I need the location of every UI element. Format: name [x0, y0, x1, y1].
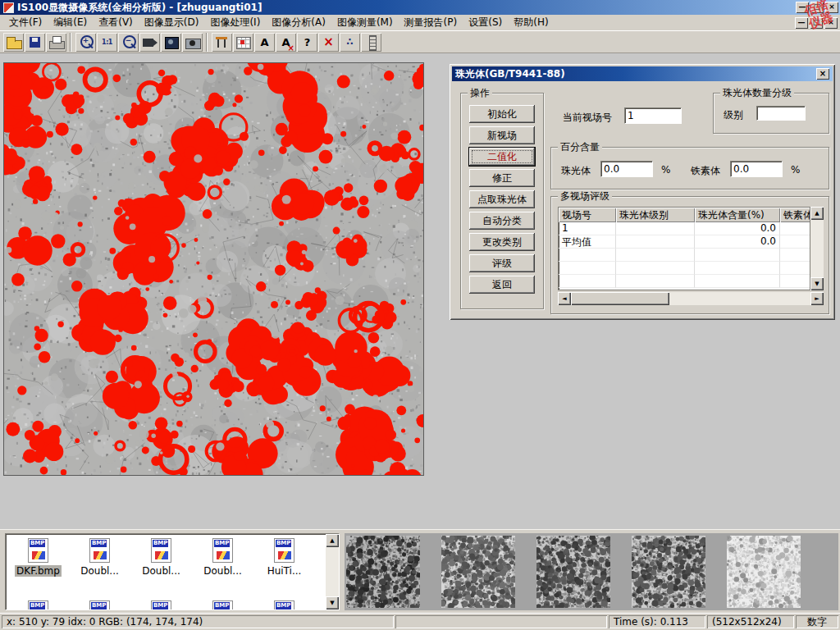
thumbnail-5[interactable]: [727, 536, 801, 608]
scroll-up-icon[interactable]: ▲: [810, 207, 824, 220]
header-field-no[interactable]: 视场号: [559, 208, 616, 222]
file-list: BMP DKF.bmp BMP Doubl... BMP Doubl... BM…: [5, 533, 340, 610]
thumbnail-1[interactable]: [346, 536, 420, 608]
scroll-left-icon[interactable]: ◄: [558, 292, 571, 305]
file-name: DKF.bmp: [15, 565, 62, 577]
menu-settings[interactable]: 设置(S): [463, 14, 508, 31]
grade-button[interactable]: 评级: [469, 254, 535, 272]
change-class-button[interactable]: 更改类别: [469, 233, 535, 251]
mdi-restore-button[interactable]: □: [810, 17, 823, 29]
mode-status: 数字: [796, 615, 838, 628]
header-pearlite-grade[interactable]: 珠光体级别: [616, 208, 695, 222]
zoom-out-icon[interactable]: −: [118, 33, 139, 52]
pearlite-percent-input[interactable]: [600, 161, 653, 177]
open-folder-icon[interactable]: [3, 33, 24, 52]
file-item[interactable]: BMP: [192, 600, 253, 610]
cursor-position-status: x: 510 y: 79 idx: 0 RGB: (174, 174, 174): [2, 615, 394, 628]
close-button[interactable]: ×: [825, 2, 838, 13]
header-pearlite-pct[interactable]: 珠光体含量(%): [695, 208, 780, 222]
menu-edit[interactable]: 编辑(E): [48, 14, 93, 31]
menu-help[interactable]: 帮助(H): [508, 14, 554, 31]
mdi-minimize-button[interactable]: —: [795, 17, 808, 29]
text-annotate-icon[interactable]: A: [254, 33, 275, 52]
snapshot-icon[interactable]: [161, 33, 181, 52]
scroll-up-icon[interactable]: ▲: [326, 534, 339, 547]
current-field-input[interactable]: [624, 107, 682, 124]
pearlite-label: 珠光体: [561, 164, 591, 178]
camera-icon[interactable]: [182, 33, 203, 52]
thumbnail-2[interactable]: [441, 536, 515, 608]
scrollbar-thumb[interactable]: [571, 292, 669, 305]
menu-image-process[interactable]: 图像处理(I): [204, 14, 266, 31]
ruler-icon[interactable]: [361, 33, 381, 52]
grid-measure-icon[interactable]: [233, 33, 253, 52]
menu-file[interactable]: 文件(F): [3, 14, 48, 31]
table-row[interactable]: 1 0.0: [559, 222, 810, 235]
scroll-down-icon[interactable]: ▼: [810, 277, 824, 290]
return-button[interactable]: 返回: [469, 276, 535, 294]
application-window: IS100显微摄像系统(金相分析版) - [zhuguangti01] — □ …: [0, 0, 840, 630]
save-icon[interactable]: [25, 33, 45, 52]
ferrite-percent-input[interactable]: [730, 161, 783, 177]
table-row[interactable]: 平均值 0.0: [559, 235, 810, 249]
correct-button[interactable]: 修正: [469, 169, 535, 187]
actual-size-icon[interactable]: 1:1: [97, 33, 117, 52]
pick-pearlite-button[interactable]: 点取珠光体: [469, 190, 535, 208]
file-item[interactable]: BMP HuiTi...: [253, 538, 315, 577]
menu-measure-report[interactable]: 测量报告(P): [399, 14, 463, 31]
file-list-scrollbar[interactable]: ▲ ▼: [326, 534, 339, 609]
zoom-in-icon[interactable]: +: [75, 33, 96, 52]
ferrite-unit-label: %: [791, 164, 800, 176]
mdi-close-button[interactable]: ×: [824, 17, 838, 29]
delete-measure-icon[interactable]: ×: [318, 33, 339, 52]
header-ferrite-pct[interactable]: 铁素体含量(%): [780, 208, 810, 222]
dialog-title-bar[interactable]: 珠光体(GB/T9441-88) ×: [452, 66, 833, 81]
workspace: 珠光体(GB/T9441-88) × 操作 初始化 新视场 二值化 修正 点取珠…: [0, 53, 840, 529]
menu-image-display[interactable]: 图像显示(D): [139, 14, 205, 31]
print-icon[interactable]: [46, 33, 66, 52]
point-measure-icon[interactable]: ∴: [340, 33, 360, 52]
help-icon[interactable]: ?: [297, 33, 317, 52]
file-item[interactable]: BMP: [69, 600, 130, 610]
binarize-button[interactable]: 二值化: [469, 148, 535, 166]
status-spacer: [395, 615, 607, 628]
app-icon[interactable]: [3, 2, 14, 13]
thumbnail-4[interactable]: [632, 536, 705, 608]
caliper-icon[interactable]: [212, 33, 232, 52]
file-item[interactable]: BMP: [7, 600, 69, 610]
minimize-button[interactable]: —: [796, 2, 809, 13]
file-item[interactable]: BMP: [130, 600, 192, 610]
auto-classify-button[interactable]: 自动分类: [469, 212, 535, 230]
scroll-down-icon[interactable]: ▼: [326, 596, 339, 609]
file-item[interactable]: BMP Doubl...: [192, 538, 253, 577]
menu-image-measure[interactable]: 图像测量(M): [331, 14, 399, 31]
bmp-file-icon: BMP: [151, 600, 171, 610]
text-delete-icon[interactable]: A: [276, 33, 296, 52]
percent-group-label: 百分含量: [558, 141, 602, 153]
dialog-title: 珠光体(GB/T9441-88): [455, 67, 565, 81]
time-status: Time (s): 0.113: [609, 615, 705, 628]
table-horizontal-scrollbar[interactable]: ◄ ►: [558, 292, 824, 305]
file-item[interactable]: BMP Doubl...: [130, 538, 192, 577]
pearlite-unit-label: %: [661, 164, 670, 176]
menu-image-analysis[interactable]: 图像分析(A): [266, 14, 331, 31]
new-field-button[interactable]: 新视场: [469, 126, 535, 144]
grade-level-input[interactable]: [756, 106, 806, 121]
file-item[interactable]: BMP DKF.bmp: [7, 538, 69, 577]
file-item[interactable]: BMP Doubl...: [69, 538, 130, 577]
multi-field-table: 视场号 珠光体级别 珠光体含量(%) 铁素体含量(%) 1 0.0: [558, 207, 810, 290]
micrograph-image[interactable]: [3, 62, 424, 476]
scroll-right-icon[interactable]: ►: [810, 292, 824, 305]
thumbnail-3[interactable]: [536, 536, 610, 608]
dialog-close-icon[interactable]: ×: [816, 68, 829, 80]
initialize-button[interactable]: 初始化: [469, 105, 535, 123]
bmp-file-icon: BMP: [274, 600, 294, 610]
file-item[interactable]: BMP: [253, 600, 315, 610]
table-vertical-scrollbar[interactable]: ▲ ▼: [810, 207, 824, 290]
file-name: HuiTi...: [266, 565, 304, 577]
maximize-button[interactable]: □: [810, 2, 824, 13]
bmp-file-icon: BMP: [212, 600, 233, 610]
pearlite-dialog: 珠光体(GB/T9441-88) × 操作 初始化 新视场 二值化 修正 点取珠…: [450, 64, 835, 320]
video-capture-icon[interactable]: [139, 33, 160, 52]
menu-view[interactable]: 查看(V): [93, 14, 139, 31]
